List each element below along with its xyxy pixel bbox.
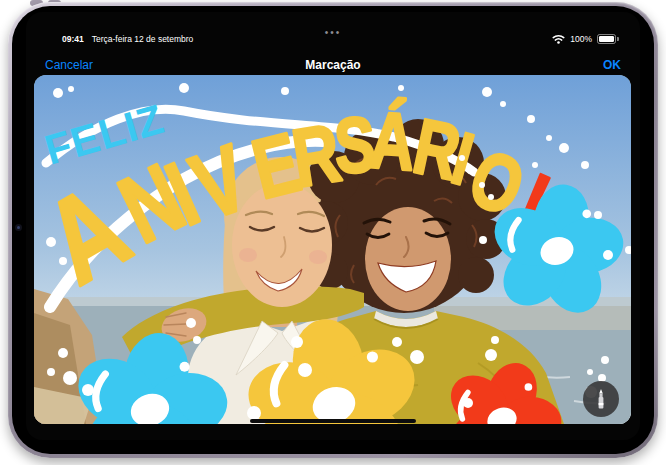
- doodle-dot: [559, 143, 569, 153]
- doodle-dot: [298, 363, 312, 377]
- pen-icon: [595, 388, 607, 410]
- doodle-dot: [463, 398, 473, 408]
- doodle-dot: [82, 384, 94, 396]
- front-camera: [15, 224, 22, 231]
- device-bezel: 09:41 Terça-feira 12 de setembro 100% ••…: [12, 6, 654, 454]
- doodle-dot: [546, 135, 552, 141]
- wifi-icon: [552, 34, 565, 44]
- doodle-dot: [186, 318, 196, 328]
- doodle-dot: [601, 356, 609, 364]
- home-indicator[interactable]: [250, 419, 416, 423]
- screen: 09:41 Terça-feira 12 de setembro 100% ••…: [26, 12, 640, 440]
- page-title: Marcação: [305, 58, 360, 72]
- ipad-device: 09:41 Terça-feira 12 de setembro 100% ••…: [0, 0, 666, 465]
- doodle-dot: [58, 348, 68, 358]
- multitask-indicator[interactable]: •••: [325, 28, 342, 38]
- doodle-dot: [594, 211, 602, 219]
- doodle-dot: [488, 194, 494, 200]
- ok-button[interactable]: OK: [603, 58, 621, 72]
- doodle-dot: [491, 336, 499, 344]
- doodle-dot: [398, 85, 404, 91]
- doodle-dot: [527, 115, 535, 123]
- doodle-dot: [587, 369, 593, 375]
- doodle-dot: [479, 236, 487, 244]
- doodle-dot: [410, 350, 424, 364]
- doodle-dot: [193, 336, 201, 344]
- markup-toolbar: Cancelar Marcação OK: [45, 56, 621, 74]
- doodle-dot: [485, 349, 497, 361]
- doodle-dot: [500, 101, 506, 107]
- doodle-dot: [63, 371, 77, 385]
- doodle-dot: [47, 368, 55, 376]
- doodle-dot: [179, 83, 189, 93]
- battery-percent: 100%: [570, 34, 592, 44]
- doodle-dot: [281, 87, 289, 95]
- status-date: Terça-feira 12 de setembro: [92, 34, 194, 44]
- doodle-dot: [532, 162, 538, 168]
- doodle-dot: [392, 337, 402, 347]
- photo-canvas[interactable]: ANIVERSÁRIO! FELIZ: [34, 75, 631, 424]
- doodle-dot: [59, 257, 67, 265]
- pen-tool-button[interactable]: [583, 381, 619, 417]
- doodle-dot: [53, 88, 63, 98]
- doodle-dot: [68, 86, 74, 92]
- clock: 09:41: [62, 34, 84, 44]
- device-frame: 09:41 Terça-feira 12 de setembro 100% ••…: [8, 2, 658, 458]
- photo-illustration: ANIVERSÁRIO! FELIZ: [34, 75, 631, 424]
- doodle-dot: [459, 155, 465, 161]
- doodle-dot: [581, 161, 589, 169]
- doodle-dot: [482, 87, 492, 97]
- doodle-dot: [46, 237, 56, 247]
- doodle-dot: [247, 406, 261, 420]
- doodle-dot: [467, 168, 473, 174]
- doodle-dot: [603, 250, 613, 260]
- cancel-button[interactable]: Cancelar: [45, 58, 93, 72]
- doodle-dot: [291, 336, 303, 348]
- doodle-dot: [479, 182, 485, 188]
- battery-icon: [597, 34, 616, 44]
